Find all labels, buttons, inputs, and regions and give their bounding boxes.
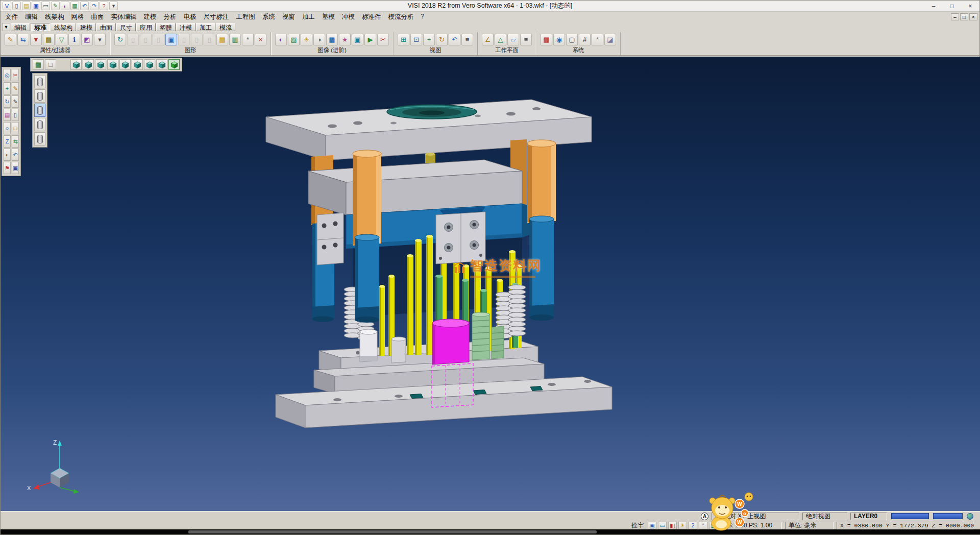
menu-item-曲面[interactable]: 曲面 (88, 12, 108, 22)
circle-entity-icon[interactable]: ○ (4, 122, 11, 134)
shade-mode-icon[interactable]: ▣ (165, 34, 177, 45)
options-icon[interactable]: * (592, 34, 603, 45)
graphics-library-icon[interactable]: ▤ (216, 34, 228, 45)
lock-label[interactable]: 拴牢 (631, 521, 644, 530)
menu-item-电极[interactable]: 电极 (180, 12, 200, 22)
graphics-settings-icon[interactable]: * (242, 34, 254, 45)
menu-item-模流分析[interactable]: 模流分析 (385, 12, 418, 22)
color-settings-icon[interactable]: ▦ (541, 34, 552, 45)
solid-display-1-icon[interactable] (34, 75, 45, 88)
z-depth-icon[interactable]: Z (4, 135, 11, 148)
element-info-icon[interactable]: ℹ (68, 34, 80, 45)
menu-item-尺寸标注[interactable]: 尺寸标注 (200, 12, 233, 22)
new-file-icon[interactable]: ▯ (12, 2, 21, 10)
zoom-extents-icon[interactable]: ⊞ (398, 34, 409, 45)
menu-item-线架构[interactable]: 线架构 (41, 12, 68, 22)
status-light-icon[interactable]: ☀ (678, 522, 687, 529)
lock-block-center[interactable] (436, 212, 485, 264)
menu-item-系统[interactable]: 系统 (259, 12, 279, 22)
view-iso-icon[interactable] (70, 59, 82, 70)
grid-snap-icon[interactable]: ▦ (70, 2, 79, 10)
solid-display-2-icon[interactable] (34, 89, 45, 103)
menu-item-编辑[interactable]: 编辑 (21, 12, 41, 22)
locating-ring[interactable] (387, 105, 477, 119)
rotate-element-icon[interactable]: ↻ (4, 95, 11, 108)
clamp-block-left[interactable] (317, 213, 344, 265)
render-image-icon[interactable]: ◐ (275, 34, 287, 45)
guide-pillar-left[interactable] (353, 150, 381, 323)
profile-e-icon[interactable]: ▯ (191, 34, 203, 45)
mirror-icon[interactable]: ⇆ (12, 135, 19, 148)
view-top-icon[interactable] (83, 59, 94, 70)
annotate-icon[interactable]: ✎ (12, 95, 19, 108)
menu-item-?[interactable]: ? (418, 12, 428, 22)
tab-塑膜[interactable]: 塑膜 (156, 23, 176, 31)
mdi-close-button[interactable]: × (969, 13, 977, 20)
calculator-icon[interactable]: # (579, 34, 591, 45)
clip-image-icon[interactable]: ✂ (377, 34, 389, 45)
tab-冲模[interactable]: 冲模 (176, 23, 195, 31)
view-dynamic-icon[interactable] (168, 59, 180, 70)
minimize-button[interactable]: – (924, 1, 943, 11)
graphics-delete-icon[interactable]: × (255, 34, 266, 45)
tab-dropdown-button[interactable]: ▼ (2, 23, 10, 31)
workplane-manager-icon[interactable]: ≡ (520, 34, 532, 45)
grid-display-icon[interactable]: ▦ (33, 59, 44, 70)
shadow-mode-icon[interactable]: ◑ (313, 34, 325, 45)
lighting-icon[interactable]: ☀ (301, 34, 312, 45)
profile-b-icon[interactable]: ▯ (140, 34, 152, 45)
redo-icon[interactable]: ↷ (90, 2, 99, 10)
tab-标准[interactable]: 标准 (31, 23, 50, 31)
menu-item-分析[interactable]: 分析 (160, 12, 180, 22)
3d-model-canvas[interactable]: Z X (1, 57, 980, 512)
move-origin-icon[interactable]: + (4, 82, 11, 94)
status-lock-icon[interactable]: ▣ (648, 522, 656, 529)
copy-entity-icon[interactable]: ▣ (12, 162, 19, 174)
tab-编辑[interactable]: 编辑 (11, 23, 30, 31)
solid-display-4-icon[interactable] (34, 118, 45, 131)
world-settings-icon[interactable]: ◉ (553, 34, 565, 45)
workplane-standard-icon[interactable]: ∠ (482, 34, 494, 45)
filter-color-icon[interactable]: ▼ (30, 34, 42, 45)
tab-线架构[interactable]: 线架构 (51, 23, 76, 31)
visi-logo-icon[interactable]: V (3, 2, 11, 10)
profile-d-icon[interactable]: ▯ (178, 34, 190, 45)
tab-模流[interactable]: 模流 (216, 23, 235, 31)
material-edit-icon[interactable]: ★ (339, 34, 351, 45)
mdi-minimize-button[interactable]: – (951, 13, 959, 20)
menu-item-网格[interactable]: 网格 (68, 12, 88, 22)
edit-geometry-icon[interactable]: ✎ (12, 82, 19, 94)
view-back-icon[interactable] (132, 59, 143, 70)
copy-attributes-icon[interactable]: ⇆ (17, 34, 29, 45)
view-left-icon[interactable] (119, 59, 131, 70)
plot-icon[interactable]: ✎ (51, 2, 60, 10)
tab-尺寸[interactable]: 尺寸 (116, 23, 136, 31)
view-manager-icon[interactable]: ≡ (461, 34, 473, 45)
profile-f-icon[interactable]: ▯ (204, 34, 215, 45)
solid-display-3-icon[interactable] (34, 104, 45, 117)
help-icon[interactable]: ? (100, 2, 108, 10)
menu-item-塑模[interactable]: 塑模 (318, 12, 338, 22)
workplane-face-icon[interactable]: ▱ (507, 34, 519, 45)
workplane-3points-icon[interactable]: △ (495, 34, 506, 45)
profile-c-icon[interactable]: ▯ (153, 34, 164, 45)
quick-select-icon[interactable]: ◩ (81, 34, 93, 45)
menu-item-视窗[interactable]: 视窗 (279, 12, 299, 22)
profile-view-icon[interactable]: ◐ (4, 149, 11, 161)
capture-icon[interactable]: ◐ (61, 2, 69, 10)
taskbar-segment[interactable] (188, 530, 597, 533)
spring-right-rear[interactable] (508, 285, 526, 336)
texture-map-icon[interactable]: ▨ (288, 34, 300, 45)
solid-display-5-icon[interactable] (34, 132, 45, 145)
trim-icon[interactable]: ✂ (12, 69, 19, 81)
system-panel-icon[interactable]: ▢ (566, 34, 578, 45)
layer-color-bar[interactable] (891, 513, 929, 519)
status-render-icon[interactable]: ◧ (668, 522, 677, 529)
view-bottom-icon[interactable] (144, 59, 155, 70)
mdi-restore-button[interactable]: □ (960, 13, 968, 20)
dynamic-pan-icon[interactable]: + (423, 34, 435, 45)
close-button[interactable]: × (961, 1, 979, 11)
menu-item-实体编辑[interactable]: 实体编辑 (108, 12, 140, 22)
color-palette-icon[interactable]: ▤ (4, 109, 11, 121)
undo-icon[interactable]: ↶ (80, 2, 89, 10)
